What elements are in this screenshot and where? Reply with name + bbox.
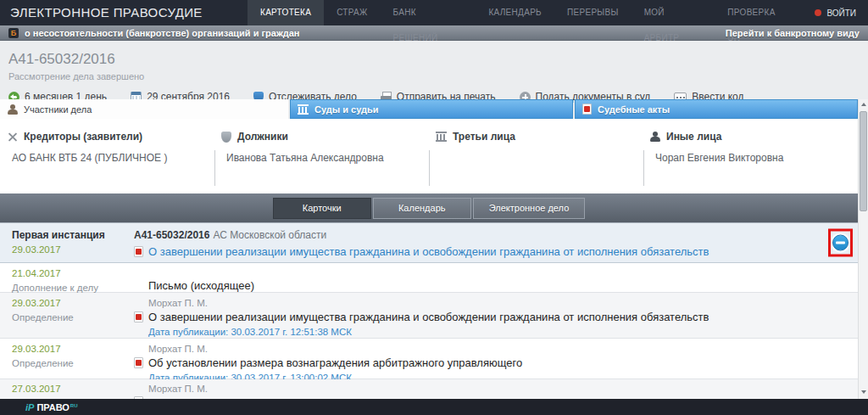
bankruptcy-badge-icon: Б xyxy=(8,28,19,38)
nav-item-moy-arbitr[interactable]: МОЙ АРБИТР xyxy=(632,0,715,25)
instance-date: 29.03.2017 xyxy=(12,244,134,255)
tab-courts-judges[interactable]: Суды и судьи xyxy=(290,99,573,119)
instance-row: Первая инстанция 29.03.2017 А41-65032/20… xyxy=(0,222,858,263)
crossed-swords-icon xyxy=(7,132,18,143)
tab-electronic-case[interactable]: Электронное дело xyxy=(473,198,586,219)
other-parties-column: Иные лица Чорап Евгения Викторовна xyxy=(643,119,858,193)
debtors-column: Должники Иванова Татьяна Александровна xyxy=(214,119,429,193)
other-party-value: Чорап Евгения Викторовна xyxy=(643,150,858,186)
third-parties-label: Третьи лица xyxy=(453,131,515,143)
case-number: А41-65032/2016 xyxy=(8,51,860,68)
footer-bar: iP ПРАВО RU xyxy=(0,399,868,415)
third-party-value xyxy=(429,150,643,186)
other-parties-label: Иные лица xyxy=(666,131,721,143)
scroll-down-arrow[interactable] xyxy=(859,387,868,397)
judge-name: Морхат П. М. xyxy=(148,298,858,308)
judge-name: Морхат П. М. xyxy=(148,384,858,394)
collapse-button[interactable] xyxy=(832,235,849,251)
person-icon xyxy=(650,132,660,142)
table-row: 29.03.2017 Определение Морхат П. М. Об у… xyxy=(0,339,858,379)
vertical-scrollbar[interactable] xyxy=(858,99,868,399)
courthouse-icon xyxy=(298,104,309,115)
table-row: 21.04.2017 Дополнение к делу Письмо (исх… xyxy=(0,263,858,293)
case-status: Рассмотрение дела завершено xyxy=(8,71,860,81)
pdf-icon[interactable] xyxy=(134,357,143,368)
pdf-icon[interactable] xyxy=(134,311,143,322)
participants-panel: Кредиторы (заявители) АО БАНК ВТБ 24 (ПУ… xyxy=(0,119,858,193)
case-type-title: о несостоятельности (банкротстве) органи… xyxy=(25,28,299,38)
card-view-tabs: Карточки Календарь Электронное дело xyxy=(0,193,858,222)
person-icon xyxy=(8,104,18,115)
highlight-box xyxy=(828,229,853,257)
nav-item-proverka-ep[interactable]: ПРОВЕРКА ЭП xyxy=(715,0,803,25)
tab-calendar[interactable]: Календарь xyxy=(373,198,471,219)
nav-item-pereryvy[interactable]: ПЕРЕРЫВЫ xyxy=(554,0,632,25)
nav-item-strazh[interactable]: СТРАЖ xyxy=(324,0,380,25)
building-icon xyxy=(436,132,447,142)
app-window: ЭЛЕКТРОННОЕ ПРАВОСУДИЕ КАРТОТЕКА СТРАЖ Б… xyxy=(0,0,868,415)
judge-name: Морхат П. М. xyxy=(148,344,858,354)
creditor-value: АО БАНК ВТБ 24 (ПУБЛИЧНОЕ ) xyxy=(0,150,214,186)
debtors-label: Должники xyxy=(237,131,288,143)
primary-tabs: Участники дела Суды и судьи Судебные акт… xyxy=(0,99,858,119)
document-title: Об установлении размера вознаграждения а… xyxy=(148,356,522,369)
third-parties-column: Третьи лица xyxy=(429,119,643,193)
app-logo: ЭЛЕКТРОННОЕ ПРАВОСУДИЕ xyxy=(0,0,248,25)
document-title: О завершении реализации имущества гражда… xyxy=(148,311,709,323)
document-title: Письмо (исходящее) xyxy=(134,279,858,292)
pravo-ru-logo: iP ПРАВО RU xyxy=(25,402,78,412)
case-court-line: А41-65032/2016АС Московской области xyxy=(134,229,858,241)
table-row: 29.03.2017 Определение Морхат П. М. О за… xyxy=(0,293,858,339)
nav-item-bank-resheniy[interactable]: БАНК РЕШЕНИЙ xyxy=(381,0,476,25)
documents-table: Первая инстанция 29.03.2017 А41-65032/20… xyxy=(0,222,858,399)
login-status-icon xyxy=(815,9,821,16)
main-content: Участники дела Суды и судьи Судебные акт… xyxy=(0,99,858,399)
nav-item-kalendar[interactable]: КАЛЕНДАРЬ xyxy=(476,0,554,25)
tab-cards[interactable]: Карточки xyxy=(273,198,371,219)
shield-icon xyxy=(221,132,231,143)
document-icon xyxy=(582,104,592,115)
tab-participants[interactable]: Участники дела xyxy=(0,99,288,119)
instance-name: Первая инстанция xyxy=(12,229,134,241)
scroll-up-arrow[interactable] xyxy=(859,99,868,109)
tab-judicial-acts[interactable]: Судебные акты xyxy=(575,99,858,119)
creditors-label: Кредиторы (заявители) xyxy=(24,131,142,143)
publication-date-link[interactable]: Дата публикации: 30.03.2017 г. 12:51:38 … xyxy=(148,327,858,337)
pdf-icon[interactable] xyxy=(134,246,143,257)
debtor-value: Иванова Татьяна Александровна xyxy=(214,150,429,186)
table-row: 27.03.2017 Морхат П. М. xyxy=(0,379,858,399)
login-button[interactable]: ВОЙТИ xyxy=(803,0,868,25)
top-navigation: ЭЛЕКТРОННОЕ ПРАВОСУДИЕ КАРТОТЕКА СТРАЖ Б… xyxy=(0,0,868,25)
scrollbar-thumb[interactable] xyxy=(860,111,867,211)
act-title-link[interactable]: О завершении реализации имущества гражда… xyxy=(148,245,709,258)
bankruptcy-view-link[interactable]: Перейти к банкротному виду xyxy=(726,28,860,38)
creditors-column: Кредиторы (заявители) АО БАНК ВТБ 24 (ПУ… xyxy=(0,119,214,193)
login-label: ВОЙТИ xyxy=(826,8,856,18)
nav-item-kartoteka[interactable]: КАРТОТЕКА xyxy=(248,0,324,25)
